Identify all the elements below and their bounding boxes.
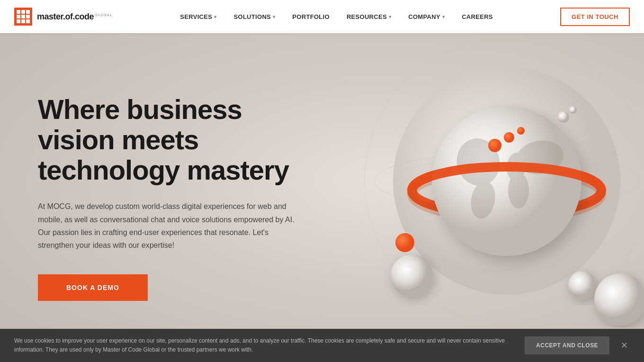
nav-menu: SERVICES ▾ SOLUTIONS ▾ PORTFOLIO RESOURC…: [173, 9, 500, 24]
cookie-text: We use cookies to improve your user expe…: [14, 336, 515, 354]
svg-point-21: [395, 233, 414, 252]
chevron-down-icon: ▾: [389, 14, 391, 19]
svg-point-6: [432, 106, 581, 256]
hero-title: Where business vision meets technology m…: [38, 94, 322, 185]
accept-cookies-button[interactable]: ACCEPT AND CLOSE: [525, 336, 609, 354]
hero-section: Where business vision meets technology m…: [0, 0, 644, 362]
nav-company[interactable]: COMPANY ▾: [402, 9, 451, 24]
svg-point-17: [569, 106, 577, 114]
logo[interactable]: master.of.codeGLOBAL: [14, 8, 113, 26]
logo-text-wrapper: master.of.codeGLOBAL: [37, 12, 113, 22]
svg-point-13: [391, 254, 433, 297]
svg-point-10: [505, 152, 527, 181]
hero-description: At MOCG, we develop custom world-class d…: [38, 200, 303, 252]
svg-point-18: [488, 139, 501, 152]
nav-portfolio[interactable]: PORTFOLIO: [286, 9, 336, 24]
logo-icon: [14, 8, 32, 26]
chevron-down-icon: ▾: [442, 14, 445, 19]
svg-point-4: [412, 167, 601, 214]
logo-global: GLOBAL: [95, 13, 113, 17]
globe-arcs: [331, 34, 644, 328]
navbar: master.of.codeGLOBAL SERVICES ▾ SOLUTION…: [0, 0, 644, 33]
svg-point-15: [594, 273, 644, 326]
svg-point-3: [393, 157, 620, 205]
svg-point-8: [452, 134, 505, 190]
svg-point-19: [504, 132, 514, 143]
get-in-touch-button[interactable]: GET IN TOUCH: [560, 8, 630, 26]
svg-point-1: [365, 39, 644, 323]
hero-visual: [331, 34, 644, 328]
hero-content: Where business vision meets technology m…: [0, 94, 322, 301]
svg-point-14: [568, 271, 597, 299]
svg-point-0: [393, 67, 620, 295]
cookie-banner: We use cookies to improve your user expe…: [0, 329, 644, 362]
logo-text: master.of.code: [37, 12, 94, 21]
svg-point-20: [517, 127, 525, 135]
svg-point-11: [508, 172, 529, 208]
svg-point-12: [514, 137, 566, 178]
nav-services[interactable]: SERVICES ▾: [173, 9, 223, 24]
svg-point-2: [374, 153, 639, 209]
svg-point-7: [432, 106, 581, 256]
svg-point-9: [468, 179, 498, 220]
globe-container: [331, 34, 644, 328]
svg-point-16: [558, 111, 569, 123]
chevron-down-icon: ▾: [273, 14, 275, 19]
book-demo-button[interactable]: BOOK A DEMO: [38, 274, 148, 301]
nav-resources[interactable]: RESOURCES ▾: [340, 9, 398, 24]
nav-solutions[interactable]: SOLUTIONS ▾: [227, 9, 282, 24]
chevron-down-icon: ▾: [214, 14, 216, 19]
close-cookie-button[interactable]: ✕: [619, 338, 630, 353]
nav-careers[interactable]: CAREERS: [455, 9, 500, 24]
svg-point-5: [412, 171, 601, 218]
logo-grid: [15, 8, 32, 25]
